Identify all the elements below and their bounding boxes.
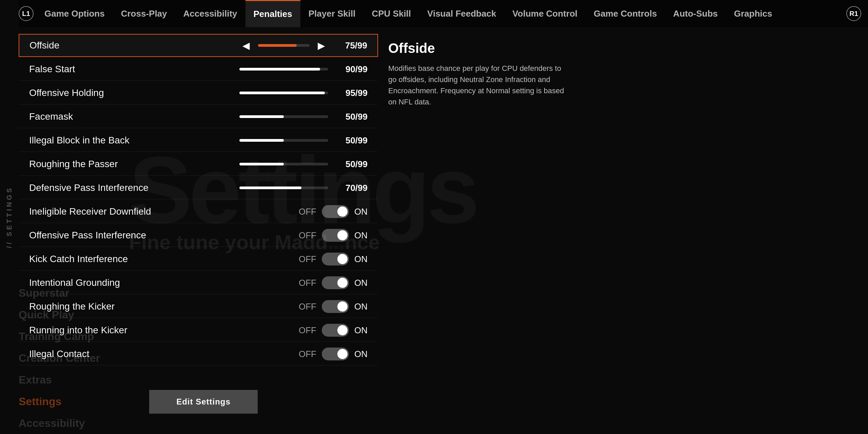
slider-fill-offensive-holding (239, 92, 325, 94)
penalty-label-illegal-block-back: Illegal Block in the Back (29, 135, 239, 146)
penalty-label-roughing-kicker: Roughing the Kicker (29, 301, 239, 312)
toggle-knob-illegal-contact (337, 349, 348, 359)
penalty-label-ineligible-receiver: Ineligible Receiver Downfield (29, 206, 239, 217)
toggle-switch-kick-catch-interference[interactable] (322, 253, 349, 265)
sidebar-label: // SETTINGS (5, 186, 13, 248)
slider-control-defensive-pass-interference: 70/99 (239, 183, 368, 193)
nav-item-game-options[interactable]: Game Options (36, 0, 113, 27)
toggle-knob-kick-catch-interference (337, 254, 348, 264)
penalty-row-ineligible-receiver[interactable]: Ineligible Receiver DownfieldOFFON (19, 200, 378, 223)
penalty-row-offensive-holding[interactable]: Offensive Holding95/99 (19, 81, 378, 104)
nav-item-penalties[interactable]: Penalties (245, 0, 300, 27)
l1-badge[interactable]: L1 (19, 6, 34, 21)
slider-track-offensive-holding (239, 92, 328, 94)
slider-track-defensive-pass-interference (239, 186, 328, 189)
toggle-switch-ineligible-receiver[interactable] (322, 205, 349, 218)
slider-control-facemask: 50/99 (239, 112, 368, 122)
penalty-label-false-start: False Start (29, 64, 239, 75)
penalty-row-roughing-passer[interactable]: Roughing the Passer50/99 (19, 153, 378, 176)
penalty-label-offside: Offside (29, 40, 240, 51)
toggle-off-label-offensive-pass-interference: OFF (299, 230, 316, 241)
penalty-row-false-start[interactable]: False Start90/99 (19, 58, 378, 81)
toggle-control-ineligible-receiver: OFFON (239, 205, 368, 218)
nav-item-auto-subs[interactable]: Auto-Subs (665, 0, 726, 27)
main-content: Offside◀▶75/99False Start90/99Offensive … (19, 27, 378, 434)
slider-fill-roughing-passer (239, 163, 284, 165)
toggle-switch-intentional-grounding[interactable] (322, 276, 349, 289)
penalty-row-intentional-grounding[interactable]: Intentional GroundingOFFON (19, 271, 378, 294)
slider-control-roughing-passer: 50/99 (239, 159, 368, 170)
penalty-label-defensive-pass-interference: Defensive Pass Interference (29, 182, 239, 193)
nav-item-graphics[interactable]: Graphics (726, 0, 781, 27)
slider-value-roughing-passer: 50/99 (334, 159, 368, 170)
slider-left-arrow-offside[interactable]: ◀ (240, 40, 253, 51)
penalty-row-illegal-contact[interactable]: Illegal ContactOFFON (19, 342, 378, 366)
penalty-row-illegal-block-back[interactable]: Illegal Block in the Back50/99 (19, 129, 378, 152)
penalty-label-roughing-passer: Roughing the Passer (29, 159, 239, 170)
nav-item-cross-play[interactable]: Cross-Play (113, 0, 175, 27)
toggle-on-label-illegal-contact: ON (354, 349, 368, 359)
top-nav: L1 Game OptionsCross-PlayAccessibilityPe… (19, 0, 868, 27)
nav-item-player-skill[interactable]: Player Skill (300, 0, 364, 27)
slider-fill-defensive-pass-interference (239, 186, 301, 189)
penalty-row-offside[interactable]: Offside◀▶75/99 (19, 34, 378, 57)
penalty-label-offensive-pass-interference: Offensive Pass Interference (29, 230, 239, 241)
toggle-control-intentional-grounding: OFFON (239, 276, 368, 289)
r1-badge[interactable]: R1 (846, 6, 861, 21)
edit-settings-button[interactable]: Edit Settings (149, 390, 258, 414)
slider-control-illegal-block-back: 50/99 (239, 135, 368, 146)
toggle-switch-roughing-kicker[interactable] (322, 300, 349, 313)
nav-item-volume-control[interactable]: Volume Control (504, 0, 586, 27)
toggle-on-label-kick-catch-interference: ON (354, 254, 368, 264)
penalty-label-kick-catch-interference: Kick Catch Interference (29, 254, 239, 264)
penalty-label-running-into-kicker: Running into the Kicker (29, 325, 239, 336)
slider-track-offside (258, 44, 310, 47)
toggle-control-running-into-kicker: OFFON (239, 324, 368, 337)
slider-control-offensive-holding: 95/99 (239, 88, 368, 98)
toggle-on-label-offensive-pass-interference: ON (354, 230, 368, 241)
nav-item-accessibility[interactable]: Accessibility (175, 0, 245, 27)
slider-value-false-start: 90/99 (334, 64, 368, 75)
slider-control-offside: ◀▶75/99 (240, 40, 367, 51)
slider-value-illegal-block-back: 50/99 (334, 135, 368, 146)
penalty-label-intentional-grounding: Intentional Grounding (29, 277, 239, 288)
toggle-on-label-intentional-grounding: ON (354, 278, 368, 288)
slider-value-facemask: 50/99 (334, 112, 368, 122)
nav-item-game-controls[interactable]: Game Controls (586, 0, 665, 27)
penalty-row-roughing-kicker[interactable]: Roughing the KickerOFFON (19, 295, 378, 318)
slider-fill-illegal-block-back (239, 139, 284, 142)
penalty-row-defensive-pass-interference[interactable]: Defensive Pass Interference70/99 (19, 176, 378, 199)
penalty-row-facemask[interactable]: Facemask50/99 (19, 105, 378, 128)
right-panel-title: Offside (388, 41, 571, 56)
penalty-row-offensive-pass-interference[interactable]: Offensive Pass InterferenceOFFON (19, 224, 378, 247)
slider-track-false-start (239, 68, 328, 71)
slider-value-offside: 75/99 (333, 40, 367, 51)
toggle-control-roughing-kicker: OFFON (239, 300, 368, 313)
slider-fill-offside (258, 44, 297, 47)
toggle-on-label-running-into-kicker: ON (354, 325, 368, 336)
right-panel-desc: Modifies base chance per play for CPU de… (388, 63, 571, 107)
toggle-off-label-running-into-kicker: OFF (299, 325, 316, 336)
toggle-switch-offensive-pass-interference[interactable] (322, 229, 349, 242)
slider-track-roughing-passer (239, 163, 328, 165)
toggle-switch-illegal-contact[interactable] (322, 348, 349, 360)
toggle-off-label-roughing-kicker: OFF (299, 301, 316, 312)
toggle-off-label-kick-catch-interference: OFF (299, 254, 316, 264)
nav-item-cpu-skill[interactable]: CPU Skill (363, 0, 419, 27)
toggle-switch-running-into-kicker[interactable] (322, 324, 349, 337)
toggle-off-label-illegal-contact: OFF (299, 349, 316, 359)
toggle-on-label-roughing-kicker: ON (354, 301, 368, 312)
toggle-control-offensive-pass-interference: OFFON (239, 229, 368, 242)
slider-right-arrow-offside[interactable]: ▶ (315, 40, 328, 51)
slider-value-defensive-pass-interference: 70/99 (334, 183, 368, 193)
penalty-label-facemask: Facemask (29, 111, 239, 122)
toggle-on-label-ineligible-receiver: ON (354, 206, 368, 217)
penalty-row-running-into-kicker[interactable]: Running into the KickerOFFON (19, 319, 378, 342)
nav-item-visual-feedback[interactable]: Visual Feedback (419, 0, 504, 27)
slider-track-facemask (239, 115, 328, 118)
sidebar: // SETTINGS (0, 0, 19, 434)
penalty-row-kick-catch-interference[interactable]: Kick Catch InterferenceOFFON (19, 248, 378, 271)
slider-fill-false-start (239, 68, 320, 71)
slider-track-illegal-block-back (239, 139, 328, 142)
toggle-off-label-ineligible-receiver: OFF (299, 206, 316, 217)
